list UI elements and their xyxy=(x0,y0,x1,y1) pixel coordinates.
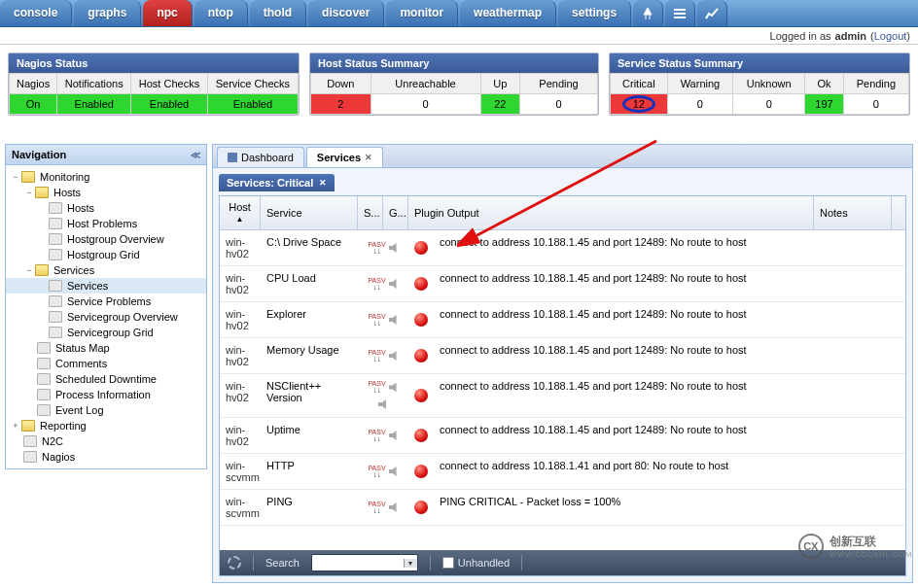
unhandled-toggle[interactable]: Unhandled xyxy=(442,557,510,569)
tree-services-leaf[interactable]: Services xyxy=(6,278,206,294)
collapse-icon[interactable]: ≪ xyxy=(191,150,200,160)
tree-label: Event Log xyxy=(53,404,104,416)
leaf-icon xyxy=(37,342,51,354)
cell-scroll-spacer xyxy=(892,344,905,367)
cell-host: win-hv02 xyxy=(220,308,261,331)
service-value-pending[interactable]: 0 xyxy=(843,94,908,115)
tree-hosts[interactable]: −Hosts xyxy=(6,185,206,200)
col-header-notes[interactable]: Notes xyxy=(814,196,892,229)
tree-toggle-icon[interactable]: − xyxy=(23,265,35,275)
tree-service-problems[interactable]: Service Problems xyxy=(6,294,206,309)
host-value-pending[interactable]: 0 xyxy=(520,94,598,115)
tree-n2c[interactable]: N2C xyxy=(6,433,206,449)
folder-open-icon xyxy=(35,187,49,198)
table-row[interactable]: win-hv02Memory UsagePASV↓↓connect to add… xyxy=(220,338,905,374)
host-status-panel: Host Status Summary Down Unreachable Up … xyxy=(309,52,599,116)
tab-list-icon[interactable] xyxy=(665,0,695,26)
col-header-g[interactable]: G... xyxy=(383,196,408,229)
gear-icon[interactable] xyxy=(228,556,241,570)
tree-label: N2C xyxy=(40,435,63,447)
critical-ball-icon xyxy=(414,349,428,363)
tree-servicegroup-grid[interactable]: Servicegroup Grid xyxy=(6,325,206,340)
tree-label: Nagios xyxy=(40,451,75,463)
watermark-logo: CX xyxy=(798,534,824,559)
cell-scroll-spacer xyxy=(892,424,905,447)
search-input-wrapper[interactable]: ▾ xyxy=(311,554,418,571)
service-value-critical[interactable]: 12 xyxy=(611,94,668,115)
dropdown-icon[interactable]: ▾ xyxy=(404,559,417,568)
tree-monitoring[interactable]: −Monitoring xyxy=(6,169,206,185)
tab-weathermap[interactable]: weathermap xyxy=(460,0,556,26)
tree-label: Status Map xyxy=(53,342,110,354)
tab-console[interactable]: console xyxy=(0,0,72,26)
tree-host-problems[interactable]: Host Problems xyxy=(6,216,206,231)
tab-monitor[interactable]: monitor xyxy=(386,0,458,26)
table-row[interactable]: win-scvmmPINGPASV↓↓PING CRITICAL - Packe… xyxy=(220,490,905,526)
tree-nagios[interactable]: Nagios xyxy=(6,449,206,465)
table-row[interactable]: win-hv02CPU LoadPASV↓↓connect to address… xyxy=(220,266,905,302)
host-value-up[interactable]: 22 xyxy=(480,94,520,115)
tree-servicegroup-overview[interactable]: Servicegroup Overview xyxy=(6,309,206,325)
speaker-icon xyxy=(389,502,399,512)
service-value-warning[interactable]: 0 xyxy=(667,94,732,115)
pasv-icon: PASV↓↓ xyxy=(368,429,385,443)
service-header-critical: Critical xyxy=(611,74,668,94)
tree-scheduled-downtime[interactable]: Scheduled Downtime xyxy=(6,371,206,387)
tree-hosts-leaf[interactable]: Hosts xyxy=(6,200,206,216)
tree-hostgroup-overview[interactable]: Hostgroup Overview xyxy=(6,231,206,247)
leaf-icon xyxy=(49,311,62,323)
tab-tree-icon[interactable] xyxy=(633,0,663,26)
col-header-service[interactable]: Service xyxy=(261,196,358,229)
cell-service: Memory Usage xyxy=(261,344,358,367)
checkbox-icon[interactable] xyxy=(442,557,454,569)
tree-reporting[interactable]: +Reporting xyxy=(6,418,206,433)
tree-status-map[interactable]: Status Map xyxy=(6,340,206,356)
service-value-unknown[interactable]: 0 xyxy=(733,94,805,115)
tab-discover[interactable]: discover xyxy=(308,0,384,26)
tab-thold[interactable]: thold xyxy=(250,0,306,26)
logout-link[interactable]: Logout xyxy=(874,30,907,42)
tab-npc[interactable]: npc xyxy=(143,0,192,26)
cell-status-icons: PASV↓↓ xyxy=(358,496,408,519)
tab-label: Services xyxy=(317,152,361,163)
cell-service: HTTP xyxy=(261,460,358,483)
leaf-icon xyxy=(37,389,51,400)
tree-toggle-icon[interactable]: − xyxy=(23,188,35,197)
grid-body[interactable]: win-hv02C:\ Drive SpacePASV↓↓connect to … xyxy=(220,230,905,550)
cell-scroll-spacer xyxy=(892,380,905,411)
separator xyxy=(521,555,522,571)
service-value-ok[interactable]: 197 xyxy=(805,94,843,115)
table-row[interactable]: win-hv02C:\ Drive SpacePASV↓↓connect to … xyxy=(220,230,905,266)
cell-state-ball xyxy=(408,496,434,519)
tree-services[interactable]: −Services xyxy=(6,262,206,278)
main-tab-dashboard[interactable]: Dashboard xyxy=(217,147,304,167)
tree-toggle-icon[interactable]: + xyxy=(10,421,21,431)
main-tab-services[interactable]: Services✕ xyxy=(306,147,383,167)
table-row[interactable]: win-hv02UptimePASV↓↓connect to address 1… xyxy=(220,418,905,454)
tree-comments[interactable]: Comments xyxy=(6,356,206,371)
nagios-header-host-checks: Host Checks xyxy=(131,74,208,94)
sub-tab-services-critical[interactable]: Services: Critical✕ xyxy=(219,174,335,191)
host-value-unreachable[interactable]: 0 xyxy=(371,94,480,115)
table-row[interactable]: win-hv02NSClient++ VersionPASV↓↓connect … xyxy=(220,374,905,418)
nagios-header-nagios: Nagios xyxy=(10,74,57,94)
table-row[interactable]: win-scvmmHTTPPASV↓↓connect to address 10… xyxy=(220,454,905,490)
tab-ntop[interactable]: ntop xyxy=(194,0,248,26)
highlight-oval-annotation xyxy=(622,95,655,113)
host-value-down[interactable]: 2 xyxy=(311,94,371,115)
table-row[interactable]: win-hv02ExplorerPASV↓↓connect to address… xyxy=(220,302,905,338)
tree-hostgroup-grid[interactable]: Hostgroup Grid xyxy=(6,247,206,262)
col-header-plugin[interactable]: Plugin Output xyxy=(408,196,814,229)
tree-toggle-icon[interactable]: − xyxy=(10,172,21,182)
pasv-icon: PASV↓↓ xyxy=(368,380,385,395)
tree-process-information[interactable]: Process Information xyxy=(6,387,206,402)
tab-graphs[interactable]: graphs xyxy=(74,0,141,26)
tab-chart-icon[interactable] xyxy=(697,0,727,26)
close-icon[interactable]: ✕ xyxy=(319,178,327,188)
cell-scroll-spacer xyxy=(892,460,905,483)
col-header-host[interactable]: Host▲ xyxy=(220,196,261,229)
tree-event-log[interactable]: Event Log xyxy=(6,402,206,418)
col-header-s[interactable]: S... xyxy=(358,196,383,229)
tab-settings[interactable]: settings xyxy=(558,0,631,26)
close-icon[interactable]: ✕ xyxy=(365,153,372,162)
